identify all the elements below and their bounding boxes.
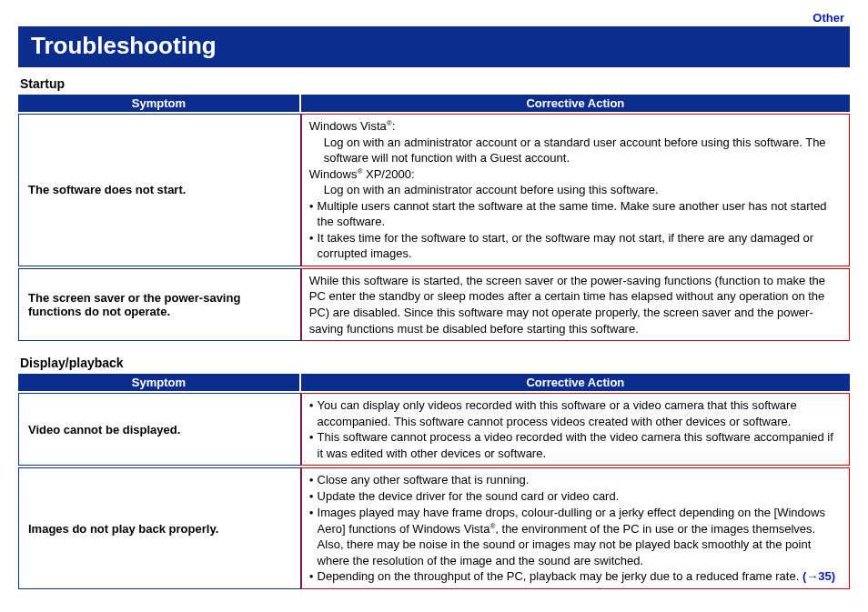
troubleshooting-table: SymptomCorrective ActionVideo cannot be … xyxy=(18,372,850,591)
section-heading: Startup xyxy=(20,76,850,91)
col-symptom: Symptom xyxy=(18,374,301,391)
page-title: Troubleshooting xyxy=(18,26,850,67)
symptom-cell: Video cannot be displayed. xyxy=(18,393,301,466)
col-action: Corrective Action xyxy=(301,95,850,112)
action-cell: You can display only videos recorded wit… xyxy=(301,393,850,466)
section-heading: Display/playback xyxy=(20,356,850,370)
table-row: The screen saver or the power-saving fun… xyxy=(18,268,850,341)
symptom-cell: Images do not play back properly. xyxy=(18,467,301,589)
action-cell: Close any other software that is running… xyxy=(301,467,850,589)
table-row: The software does not start.Windows Vist… xyxy=(18,114,850,266)
table-row: Images do not play back properly.Close a… xyxy=(18,467,850,589)
troubleshooting-table: SymptomCorrective ActionThe software doe… xyxy=(18,93,850,343)
action-cell: While this software is started, the scre… xyxy=(301,268,850,341)
symptom-cell: The software does not start. xyxy=(18,114,301,266)
action-cell: Windows Vista®:Log on with an administra… xyxy=(301,114,850,266)
col-action: Corrective Action xyxy=(301,374,850,391)
table-row: Video cannot be displayed.You can displa… xyxy=(18,393,850,466)
col-symptom: Symptom xyxy=(18,95,301,112)
breadcrumb: Other xyxy=(18,11,844,25)
symptom-cell: The screen saver or the power-saving fun… xyxy=(18,268,301,341)
